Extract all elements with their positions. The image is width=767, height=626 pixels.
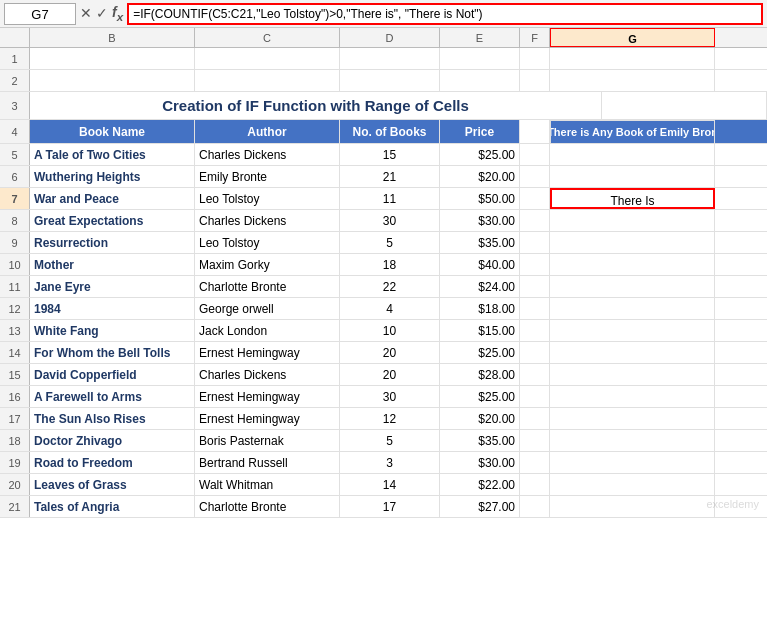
- cell-c8-author[interactable]: Charles Dickens: [195, 210, 340, 231]
- cell-f14[interactable]: [520, 342, 550, 363]
- cell-g10[interactable]: [550, 254, 715, 275]
- cell-e19-price[interactable]: $30.00: [440, 452, 520, 473]
- cell-g16[interactable]: [550, 386, 715, 407]
- cell-c21-author[interactable]: Charlotte Bronte: [195, 496, 340, 517]
- cell-c9-author[interactable]: Leo Tolstoy: [195, 232, 340, 253]
- cell-e14-price[interactable]: $25.00: [440, 342, 520, 363]
- cell-e7-price[interactable]: $50.00: [440, 188, 520, 209]
- cell-c18-author[interactable]: Boris Pasternak: [195, 430, 340, 451]
- confirm-icon[interactable]: ✓: [96, 5, 108, 21]
- cell-c1[interactable]: [195, 48, 340, 69]
- cell-d10-books[interactable]: 18: [340, 254, 440, 275]
- cell-f16[interactable]: [520, 386, 550, 407]
- cell-g19[interactable]: [550, 452, 715, 473]
- cell-d16-books[interactable]: 30: [340, 386, 440, 407]
- cell-e11-price[interactable]: $24.00: [440, 276, 520, 297]
- cell-b14-bookname[interactable]: For Whom the Bell Tolls: [30, 342, 195, 363]
- cell-f9[interactable]: [520, 232, 550, 253]
- cell-g7-result[interactable]: There Is ←: [550, 188, 715, 209]
- cell-e17-price[interactable]: $20.00: [440, 408, 520, 429]
- cell-e21-price[interactable]: $27.00: [440, 496, 520, 517]
- cell-g12[interactable]: [550, 298, 715, 319]
- cell-e5-price[interactable]: $25.00: [440, 144, 520, 165]
- cell-c16-author[interactable]: Ernest Hemingway: [195, 386, 340, 407]
- cell-b10-bookname[interactable]: Mother: [30, 254, 195, 275]
- cell-g6[interactable]: [550, 166, 715, 187]
- cell-f5[interactable]: [520, 144, 550, 165]
- cell-f6[interactable]: [520, 166, 550, 187]
- cell-g15[interactable]: [550, 364, 715, 385]
- cell-e15-price[interactable]: $28.00: [440, 364, 520, 385]
- cell-d7-books[interactable]: 11: [340, 188, 440, 209]
- cell-e12-price[interactable]: $18.00: [440, 298, 520, 319]
- cell-b12-bookname[interactable]: 1984: [30, 298, 195, 319]
- cell-e6-price[interactable]: $20.00: [440, 166, 520, 187]
- cell-d18-books[interactable]: 5: [340, 430, 440, 451]
- cell-reference-box[interactable]: G7: [4, 3, 76, 25]
- cell-g17[interactable]: [550, 408, 715, 429]
- cell-b16-bookname[interactable]: A Farewell to Arms: [30, 386, 195, 407]
- cell-g20[interactable]: [550, 474, 715, 495]
- cell-d17-books[interactable]: 12: [340, 408, 440, 429]
- cell-f18[interactable]: [520, 430, 550, 451]
- cell-d20-books[interactable]: 14: [340, 474, 440, 495]
- cell-d2[interactable]: [340, 70, 440, 91]
- cell-b17-bookname[interactable]: The Sun Also Rises: [30, 408, 195, 429]
- cell-f1[interactable]: [520, 48, 550, 69]
- cell-e18-price[interactable]: $35.00: [440, 430, 520, 451]
- cell-c19-author[interactable]: Bertrand Russell: [195, 452, 340, 473]
- cell-b13-bookname[interactable]: White Fang: [30, 320, 195, 341]
- cell-f4[interactable]: [520, 120, 550, 143]
- cell-f2[interactable]: [520, 70, 550, 91]
- cell-b8-bookname[interactable]: Great Expectations: [30, 210, 195, 231]
- cell-f19[interactable]: [520, 452, 550, 473]
- cell-c20-author[interactable]: Walt Whitman: [195, 474, 340, 495]
- cell-g9[interactable]: [550, 232, 715, 253]
- cell-b9-bookname[interactable]: Resurrection: [30, 232, 195, 253]
- cell-b21-bookname[interactable]: Tales of Angria: [30, 496, 195, 517]
- cell-c17-author[interactable]: Ernest Hemingway: [195, 408, 340, 429]
- cell-b7-bookname[interactable]: War and Peace: [30, 188, 195, 209]
- cancel-icon[interactable]: ✕: [80, 5, 92, 21]
- cell-b15-bookname[interactable]: David Copperfield: [30, 364, 195, 385]
- cell-f13[interactable]: [520, 320, 550, 341]
- cell-b5-bookname[interactable]: A Tale of Two Cities: [30, 144, 195, 165]
- cell-c6-author[interactable]: Emily Bronte: [195, 166, 340, 187]
- cell-d1[interactable]: [340, 48, 440, 69]
- cell-b1[interactable]: [30, 48, 195, 69]
- cell-d15-books[interactable]: 20: [340, 364, 440, 385]
- cell-f12[interactable]: [520, 298, 550, 319]
- cell-b2[interactable]: [30, 70, 195, 91]
- cell-d11-books[interactable]: 22: [340, 276, 440, 297]
- cell-g1[interactable]: [550, 48, 715, 69]
- cell-d8-books[interactable]: 30: [340, 210, 440, 231]
- cell-d9-books[interactable]: 5: [340, 232, 440, 253]
- formula-bar[interactable]: =IF(COUNTIF(C5:C21,"Leo Tolstoy")>0,"The…: [127, 3, 763, 25]
- cell-c2[interactable]: [195, 70, 340, 91]
- cell-e9-price[interactable]: $35.00: [440, 232, 520, 253]
- cell-e1[interactable]: [440, 48, 520, 69]
- cell-b18-bookname[interactable]: Doctor Zhivago: [30, 430, 195, 451]
- cell-d14-books[interactable]: 20: [340, 342, 440, 363]
- cell-c5-author[interactable]: Charles Dickens: [195, 144, 340, 165]
- cell-f21[interactable]: [520, 496, 550, 517]
- cell-e13-price[interactable]: $15.00: [440, 320, 520, 341]
- cell-c10-author[interactable]: Maxim Gorky: [195, 254, 340, 275]
- cell-d6-books[interactable]: 21: [340, 166, 440, 187]
- cell-e20-price[interactable]: $22.00: [440, 474, 520, 495]
- cell-f15[interactable]: [520, 364, 550, 385]
- cell-e2[interactable]: [440, 70, 520, 91]
- cell-c14-author[interactable]: Ernest Hemingway: [195, 342, 340, 363]
- cell-b19-bookname[interactable]: Road to Freedom: [30, 452, 195, 473]
- cell-g21[interactable]: [550, 496, 715, 517]
- cell-g18[interactable]: [550, 430, 715, 451]
- cell-g3[interactable]: [602, 92, 767, 119]
- cell-c11-author[interactable]: Charlotte Bronte: [195, 276, 340, 297]
- cell-b6-bookname[interactable]: Wuthering Heights: [30, 166, 195, 187]
- cell-b20-bookname[interactable]: Leaves of Grass: [30, 474, 195, 495]
- cell-f11[interactable]: [520, 276, 550, 297]
- cell-d12-books[interactable]: 4: [340, 298, 440, 319]
- cell-f17[interactable]: [520, 408, 550, 429]
- cell-g14[interactable]: [550, 342, 715, 363]
- cell-e16-price[interactable]: $25.00: [440, 386, 520, 407]
